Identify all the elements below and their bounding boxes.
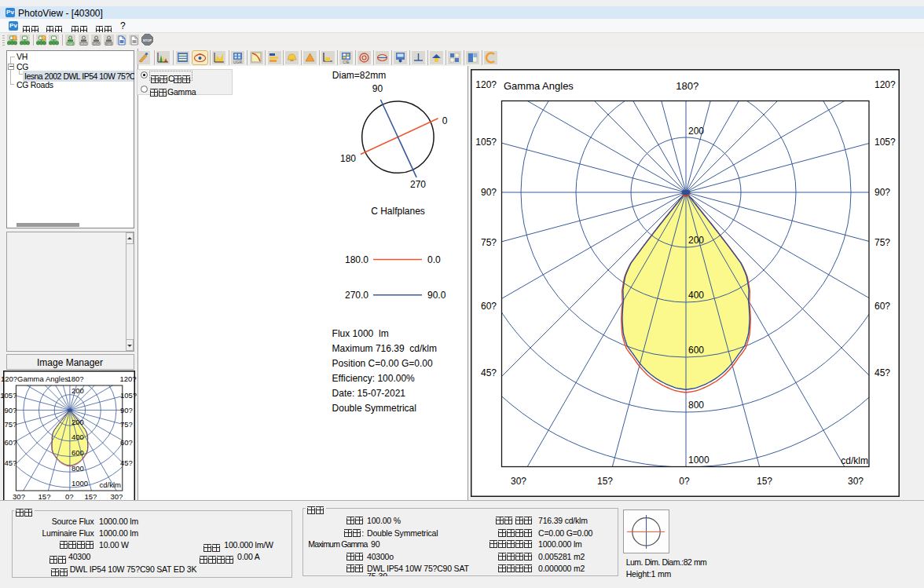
svg-text:400: 400 xyxy=(688,290,704,301)
svg-text:180?: 180? xyxy=(676,80,698,92)
svg-text:cd/klm: cd/klm xyxy=(100,480,122,489)
svg-text:0: 0 xyxy=(442,115,448,126)
svg-text:200: 200 xyxy=(72,418,84,426)
svg-text:120?: 120? xyxy=(1,374,17,383)
svg-text:400: 400 xyxy=(72,433,84,441)
svg-text:90: 90 xyxy=(372,83,383,94)
svg-text:60?: 60? xyxy=(4,438,16,447)
svg-text:120?: 120? xyxy=(120,374,137,383)
svg-text:JPG: JPG xyxy=(68,42,73,46)
svg-text:180: 180 xyxy=(340,153,356,164)
svg-text:15?: 15? xyxy=(757,476,772,487)
svg-text:800: 800 xyxy=(72,464,84,473)
svg-text:Maximum 716.39 cd/klm: Maximum 716.39 cd/klm xyxy=(332,343,437,354)
svg-text:60?: 60? xyxy=(120,438,133,447)
svg-text:180?: 180? xyxy=(68,374,84,383)
svg-text:75?: 75? xyxy=(120,420,133,429)
svg-text:Position C=0.00 G=0.00: Position C=0.00 G=0.00 xyxy=(332,358,433,369)
svg-text:800: 800 xyxy=(688,400,704,411)
svg-text:45?: 45? xyxy=(120,458,133,467)
svg-text:105?: 105? xyxy=(475,137,497,148)
svg-text:C Halfplanes: C Halfplanes xyxy=(371,206,425,217)
svg-text:60?: 60? xyxy=(481,301,497,312)
svg-text:Gamma Angles: Gamma Angles xyxy=(17,374,68,383)
svg-text:75?: 75? xyxy=(4,420,16,429)
svg-text:Double Symmetrical: Double Symmetrical xyxy=(332,403,416,414)
svg-text:DXF: DXF xyxy=(93,42,99,46)
svg-text:180.0: 180.0 xyxy=(345,254,368,265)
svg-text:1000: 1000 xyxy=(688,455,710,466)
svg-text:Diam=82mm: Diam=82mm xyxy=(332,70,386,81)
svg-text:Flux 1000 lm: Flux 1000 lm xyxy=(332,328,389,339)
svg-text:Date: 15-07-2021: Date: 15-07-2021 xyxy=(332,388,406,399)
svg-text:STOP: STOP xyxy=(143,38,152,42)
svg-text:30?: 30? xyxy=(511,476,526,487)
svg-text:TXT: TXT xyxy=(81,42,87,46)
svg-text:0.0: 0.0 xyxy=(427,254,441,265)
svg-text:120?: 120? xyxy=(874,79,896,90)
svg-text:45?: 45? xyxy=(874,367,890,378)
svg-text:105?: 105? xyxy=(120,391,137,400)
svg-text:Gamma Angles: Gamma Angles xyxy=(504,80,574,92)
svg-text:105?: 105? xyxy=(874,137,896,148)
svg-text:90.0: 90.0 xyxy=(427,290,446,301)
svg-text:90?: 90? xyxy=(4,406,16,415)
svg-text:UGR: UGR xyxy=(233,60,243,64)
svg-text:45?: 45? xyxy=(481,367,497,378)
svg-text:600: 600 xyxy=(72,448,84,457)
svg-text:200: 200 xyxy=(72,386,84,395)
svg-text:90?: 90? xyxy=(481,187,497,198)
svg-text:Efficiency: 100.00%: Efficiency: 100.00% xyxy=(332,373,416,384)
svg-text:105?: 105? xyxy=(0,391,16,400)
svg-text:30?: 30? xyxy=(848,476,864,487)
svg-text:120?: 120? xyxy=(475,79,497,90)
svg-text:EPS: EPS xyxy=(105,42,112,46)
svg-text:270: 270 xyxy=(410,179,426,190)
svg-text:1000: 1000 xyxy=(72,479,88,488)
svg-text:600: 600 xyxy=(688,345,704,356)
svg-text:75?: 75? xyxy=(874,237,890,248)
svg-text:60?: 60? xyxy=(874,301,890,312)
svg-text:270.0: 270.0 xyxy=(345,290,368,301)
svg-text:cd/klm: cd/klm xyxy=(841,455,868,466)
svg-text:CIE: CIE xyxy=(343,60,350,64)
svg-text:200: 200 xyxy=(688,126,704,137)
svg-text:90?: 90? xyxy=(120,406,133,415)
svg-text:45?: 45? xyxy=(4,458,16,467)
svg-text:75?: 75? xyxy=(481,237,497,248)
svg-text:200: 200 xyxy=(688,235,704,246)
svg-text:0?: 0? xyxy=(679,476,690,487)
svg-text:15?: 15? xyxy=(597,476,613,487)
svg-text:90?: 90? xyxy=(874,187,890,198)
